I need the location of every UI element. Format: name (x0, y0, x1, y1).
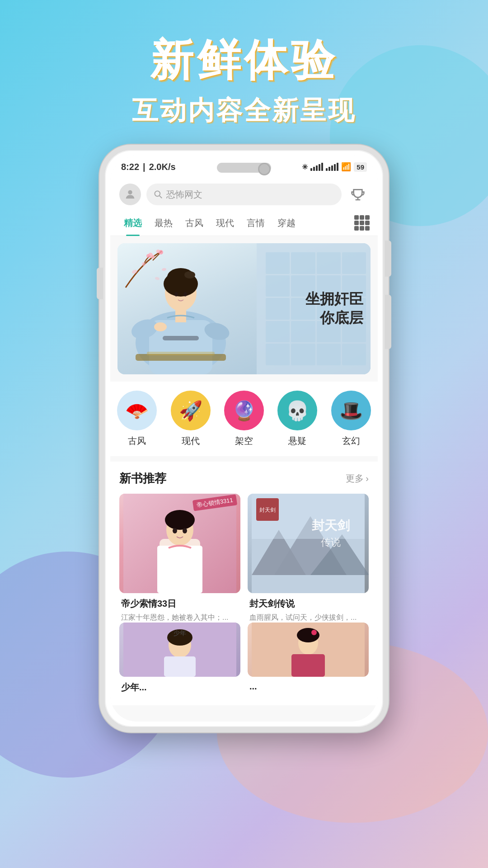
svg-point-33 (173, 528, 177, 533)
genre-icon-jiakong: 🔮 (232, 400, 256, 422)
genre-jiakong[interactable]: 🔮 架空 (224, 391, 264, 447)
tab-gufeng[interactable]: 古风 (179, 211, 210, 236)
search-placeholder: 恐怖网文 (166, 189, 202, 201)
svg-point-51 (297, 628, 319, 642)
svg-rect-24 (163, 336, 199, 340)
phone-camera (258, 163, 271, 175)
phone-shell: 8:22 | 2.0K/s ✳ (99, 145, 389, 732)
genre-xiandai[interactable]: 🚀 现代 (171, 391, 211, 447)
book-title-3: 少年... (121, 681, 239, 693)
genre-icon-circle-jiakong: 🔮 (224, 391, 264, 430)
book-item-1[interactable]: 帝心锁情3311 帝少索情33日 江家十年恩怨，她被卷入其中；... (119, 494, 240, 623)
book-item-3[interactable]: 少年 少年... (119, 623, 240, 696)
new-books-section: 新书推荐 更多 › (110, 462, 378, 623)
hero-section: 新鲜体验 互动内容全新呈现 (0, 36, 488, 128)
battery-indicator: 59 (354, 162, 367, 172)
genre-icon-circle-xiandai: 🚀 (171, 391, 211, 430)
book-cover-bg-2: 封天剑 封天剑 传说 (248, 494, 369, 593)
books-row-2: 少年 少年... (110, 623, 378, 705)
bluetooth-icon: ✳ (302, 163, 308, 171)
svg-rect-47 (164, 656, 196, 677)
hero-title: 新鲜体验 (0, 36, 488, 84)
books-grid: 帝心锁情3311 帝少索情33日 江家十年恩怨，她被卷入其中；... (119, 494, 369, 623)
book-title-2: 封天剑传说 (249, 598, 367, 610)
phone-mockup: 8:22 | 2.0K/s ✳ (99, 145, 389, 732)
book-cover-bg-1: 帝心锁情3311 (119, 494, 240, 593)
book-desc-2: 血雨腥风，试问天，少侠拔剑，... (249, 613, 367, 623)
genre-section: 🪭 古风 🚀 现代 🔮 架空 (110, 382, 378, 456)
tab-xiandai[interactable]: 现代 (210, 211, 240, 236)
featured-banner[interactable]: 坐拥奸臣 你底层 (117, 243, 371, 374)
hero-subtitle: 互动内容全新呈现 (0, 93, 488, 128)
wifi-icon: 📶 (341, 162, 351, 172)
search-area: 恐怖网文 (110, 178, 378, 211)
battery-level: 59 (357, 163, 364, 171)
book-cover-4 (248, 623, 369, 677)
search-input-box[interactable]: 恐怖网文 (146, 184, 342, 205)
tab-jingxuan[interactable]: 精选 (117, 211, 148, 236)
genre-xuanhuan[interactable]: 🎩 玄幻 (331, 391, 371, 447)
banner-title-line1: 坐拥奸臣 (305, 291, 363, 307)
more-button[interactable]: 更多 › (346, 472, 369, 485)
section-title: 新书推荐 (119, 471, 166, 486)
svg-point-1 (155, 191, 160, 197)
search-icon (154, 190, 163, 199)
svg-point-0 (128, 190, 132, 194)
phone-button-left (97, 268, 103, 299)
svg-point-16 (154, 322, 167, 331)
book-info-1: 帝少索情33日 江家十年恩怨，她被卷入其中；... (119, 598, 240, 623)
genre-icon-circle-gufeng: 🪭 (117, 391, 157, 430)
svg-point-34 (183, 528, 187, 533)
svg-point-53 (311, 630, 317, 635)
svg-rect-32 (157, 546, 202, 593)
svg-text:封天剑: 封天剑 (259, 507, 276, 513)
svg-line-2 (160, 196, 162, 198)
tab-yanqing[interactable]: 言情 (240, 211, 271, 236)
genre-icon-xuanyi: 💀 (286, 400, 309, 422)
genre-icon-xiandai: 🚀 (179, 400, 202, 422)
tab-zuire[interactable]: 最热 (148, 211, 179, 236)
book-cover-2: 封天剑 封天剑 传说 (248, 494, 369, 593)
category-tabs: 精选 最热 古风 现代 言情 穿越 (110, 211, 378, 236)
svg-text:少年: 少年 (174, 629, 186, 637)
svg-rect-52 (291, 654, 325, 677)
user-avatar[interactable] (119, 184, 141, 205)
genre-gufeng[interactable]: 🪭 古风 (117, 391, 157, 447)
tab-chuanyue[interactable]: 穿越 (271, 211, 302, 236)
genre-xuanyi[interactable]: 💀 悬疑 (277, 391, 317, 447)
book-title-4: ... (249, 681, 367, 692)
svg-text:封天剑: 封天剑 (312, 519, 350, 533)
svg-point-22 (183, 292, 187, 297)
banner-character (122, 248, 239, 374)
status-time: 8:22 (121, 162, 139, 172)
phone-screen: 8:22 | 2.0K/s ✳ (110, 156, 378, 722)
trophy-button[interactable] (347, 184, 369, 205)
svg-point-21 (174, 292, 178, 297)
status-separator: | (143, 162, 145, 172)
chevron-right-icon: › (366, 473, 369, 484)
book-item-4[interactable]: ... (248, 623, 369, 696)
status-speed: 2.0K/s (149, 162, 176, 172)
banner-title-line2: 你底层 (320, 310, 363, 326)
all-categories-button[interactable] (354, 215, 371, 231)
book-info-3: 少年... (119, 681, 240, 696)
svg-rect-26 (147, 352, 215, 355)
book-cover-1: 帝心锁情3311 (119, 494, 240, 593)
book-item-2[interactable]: 封天剑 封天剑 传说 封天剑传说 血雨腥风，试问天，少侠拔剑，... (248, 494, 369, 623)
svg-point-20 (184, 271, 195, 278)
status-right: ✳ (302, 162, 367, 172)
genre-label-gufeng: 古风 (128, 435, 146, 447)
banner-text: 坐拥奸臣 你底层 (305, 290, 363, 327)
svg-point-31 (165, 510, 195, 530)
banner-content: 坐拥奸臣 你底层 (117, 243, 371, 374)
genre-icon-circle-xuanyi: 💀 (277, 391, 317, 430)
genre-icon-gufeng: 🪭 (125, 400, 149, 422)
trophy-icon (351, 187, 365, 202)
genre-icon-xuanhuan: 🎩 (339, 400, 363, 422)
book-desc-1: 江家十年恩怨，她被卷入其中；... (121, 613, 239, 623)
book-title-1: 帝少索情33日 (121, 598, 239, 610)
signal-bars-2 (326, 163, 338, 171)
genre-label-jiakong: 架空 (235, 435, 253, 447)
section-header: 新书推荐 更多 › (119, 462, 369, 494)
genre-icon-circle-xuanhuan: 🎩 (331, 391, 371, 430)
